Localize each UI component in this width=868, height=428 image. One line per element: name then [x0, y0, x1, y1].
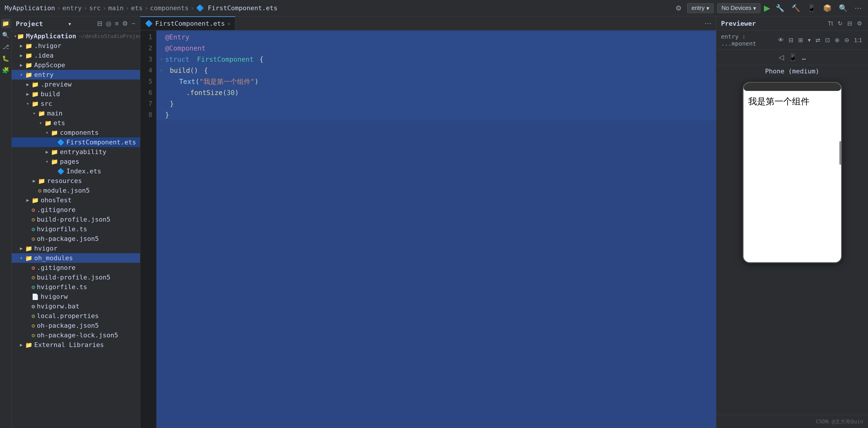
tab-firstcomponent[interactable]: 🔷 FirstComponent.ets ✕: [140, 17, 235, 30]
tree-item-gitignore-root[interactable]: ▶ ⚙ .gitignore: [12, 263, 140, 272]
eye-icon[interactable]: 👁: [777, 36, 785, 44]
fold-btn-6[interactable]: [159, 90, 164, 95]
device-rotate-button[interactable]: 📱: [788, 53, 797, 61]
activity-search-icon[interactable]: 🔍: [1, 30, 10, 40]
tree-item-hvigorw[interactable]: ▶ 📄 hvigorw: [12, 292, 140, 301]
code-line-2[interactable]: @Component: [156, 43, 716, 54]
layers-icon[interactable]: ⊟: [787, 36, 795, 44]
hvigorw-label: hvigorw: [41, 293, 68, 300]
tree-item-build[interactable]: ▶ 📁 build: [12, 89, 140, 99]
previewer-refresh-icon[interactable]: ↻: [836, 19, 844, 28]
tree-item-buildprofile-root[interactable]: ▶ ⚙ build-profile.json5: [12, 272, 140, 282]
activity-git-icon[interactable]: ⎇: [1, 42, 10, 52]
phone-text: 我是第一个组件: [748, 96, 810, 106]
tree-item-appscope[interactable]: ▶ 📁 AppScope: [12, 60, 140, 70]
tree-item-hvigorwbat[interactable]: ▶ ⚙ hvigorw.bat: [12, 301, 140, 311]
previewer-text-icon[interactable]: Tt: [827, 19, 834, 28]
grid-dropdown-icon[interactable]: ▾: [807, 36, 812, 44]
crumb-src[interactable]: src: [89, 4, 101, 12]
tree-item-hvigorfile-entry[interactable]: ▶ ⚙ hvigorfile.ts: [12, 224, 140, 234]
tree-item-localprops[interactable]: ▶ ⚙ local.properties: [12, 311, 140, 321]
search-icon[interactable]: 🔍: [837, 3, 849, 13]
tree-item-firstcomponent[interactable]: ▶ 🔷 FirstComponent.ets: [12, 137, 140, 147]
previewer-settings-icon[interactable]: ⚙: [856, 19, 863, 28]
tree-item-entryability[interactable]: ▶ 📁 entryability: [12, 147, 140, 157]
tree-item-oh-modules[interactable]: ▾ 📁 oh_modules: [12, 253, 140, 263]
build-icon[interactable]: 🔧: [774, 3, 786, 13]
size-label[interactable]: 1:1: [853, 36, 863, 44]
crumb-file[interactable]: 🔷 FirstComponent.ets: [196, 4, 278, 12]
code-line-1[interactable]: @Entry: [156, 32, 716, 43]
tree-item-hvigor[interactable]: ▶ 📁 .hvigor: [12, 41, 140, 51]
resources-label: resources: [47, 177, 82, 184]
crumb-ets[interactable]: ets: [131, 4, 143, 12]
hammer-icon[interactable]: 🔨: [790, 3, 802, 13]
crumb-entry[interactable]: entry: [62, 4, 82, 12]
device-back-button[interactable]: ◁: [779, 53, 784, 61]
tree-item-ets[interactable]: ▾ 📁 ets: [12, 118, 140, 128]
collapse-all-button[interactable]: ⊟: [96, 19, 103, 28]
device-icon[interactable]: 📱: [805, 3, 818, 13]
fold-btn-7[interactable]: [159, 101, 164, 106]
code-line-3[interactable]: ▾ struct FirstComponent {: [156, 54, 716, 65]
tree-item-ohpackage-entry[interactable]: ▶ ⚙ oh-package.json5: [12, 234, 140, 244]
tree-item-main[interactable]: ▾ 📁 main: [12, 109, 140, 118]
tree-item-preview[interactable]: ▶ 📁 .preview: [12, 80, 140, 89]
no-devices-button[interactable]: No Devices ▾: [717, 3, 761, 13]
tree-item-entry[interactable]: ▾ 📁 entry: [12, 70, 140, 80]
tree-root[interactable]: ▾ 📁 MyApplication ~/devEcoStudioProjects…: [12, 31, 140, 41]
code-line-4[interactable]: ▾ build () {: [156, 65, 716, 76]
tree-item-ohostest[interactable]: ▶ 📁 ohosTest: [12, 195, 140, 205]
fold-btn-1[interactable]: [159, 34, 164, 40]
more-tabs-button[interactable]: ⋯: [703, 19, 713, 28]
tree-item-gitignore-entry[interactable]: ▶ ⚙ .gitignore: [12, 205, 140, 215]
activity-project-icon[interactable]: 📁: [1, 19, 10, 28]
code-line-7[interactable]: }: [156, 98, 716, 109]
code-line-5[interactable]: Text ( "我是第一个组件" ): [156, 76, 716, 87]
code-line-6[interactable]: .fontSize ( 30 ): [156, 87, 716, 98]
zoom-fit-icon[interactable]: ⊡: [824, 36, 831, 44]
tree-item-resources[interactable]: ▶ 📁 resources: [12, 176, 140, 186]
project-dropdown-icon[interactable]: ▾: [68, 20, 71, 28]
ohpackage-root-label: oh-package.json5: [37, 322, 99, 329]
crumb-components[interactable]: components: [150, 4, 188, 12]
minimize-tree-button[interactable]: −: [131, 19, 136, 28]
tree-item-hvigor-root[interactable]: ▶ 📁 hvigor: [12, 244, 140, 253]
activity-extensions-icon[interactable]: 🧩: [1, 65, 10, 75]
fold-btn-8[interactable]: [159, 112, 164, 118]
settings-tree-button[interactable]: ⚙: [122, 19, 129, 28]
fold-btn-2[interactable]: [159, 45, 164, 51]
grid-icon[interactable]: ⊞: [797, 36, 804, 44]
fold-btn-3[interactable]: ▾: [159, 57, 164, 62]
fold-btn-5[interactable]: [159, 79, 164, 84]
package-icon[interactable]: 📦: [821, 3, 834, 13]
tree-item-pages[interactable]: ▾ 📁 pages: [12, 157, 140, 166]
tree-item-modulejson[interactable]: ▶ ⚙ module.json5: [12, 186, 140, 195]
crumb-main[interactable]: main: [108, 4, 124, 12]
zoom-out-icon[interactable]: ⊖: [843, 36, 850, 44]
scroll-to-file-button[interactable]: ◎: [105, 19, 112, 28]
fold-btn-4[interactable]: ▾: [159, 68, 164, 73]
tree-item-external-libs[interactable]: ▶ 📁 External Libraries: [12, 340, 140, 350]
settings-icon[interactable]: ⚙: [674, 3, 684, 13]
tree-item-ohpackage-root[interactable]: ▶ ⚙ oh-package.json5: [12, 321, 140, 330]
more-icon[interactable]: ⋯: [853, 3, 863, 13]
previewer-layout-icon[interactable]: ⊟: [846, 19, 854, 28]
code-area[interactable]: ✓ @Entry @Component ▾ struct FirstCompon…: [156, 30, 716, 428]
crumb-app[interactable]: MyApplication: [5, 4, 55, 12]
tree-item-idea[interactable]: ▶ 📁 .idea: [12, 51, 140, 60]
sort-button[interactable]: ≡: [114, 19, 119, 28]
tree-item-indexets[interactable]: ▶ 🔷 Index.ets: [12, 166, 140, 176]
tab-close-button[interactable]: ✕: [227, 21, 230, 27]
zoom-in-icon[interactable]: ⊕: [834, 36, 841, 44]
code-line-8[interactable]: }: [156, 109, 716, 120]
tree-item-ohpackagelock[interactable]: ▶ ⚙ oh-package-lock.json5: [12, 330, 140, 340]
rotate-icon[interactable]: ⇄: [814, 36, 822, 44]
tree-item-buildprofile-entry[interactable]: ▶ ⚙ build-profile.json5: [12, 215, 140, 224]
tree-item-components[interactable]: ▾ 📁 components: [12, 128, 140, 137]
entry-selector-button[interactable]: entry ▾: [687, 3, 713, 13]
tree-item-src[interactable]: ▾ 📁 src: [12, 99, 140, 109]
run-button[interactable]: ▶: [764, 3, 770, 13]
activity-debug-icon[interactable]: 🐛: [1, 54, 10, 63]
tree-item-hvigorfile-root[interactable]: ▶ ⚙ hvigorfile.ts: [12, 282, 140, 292]
